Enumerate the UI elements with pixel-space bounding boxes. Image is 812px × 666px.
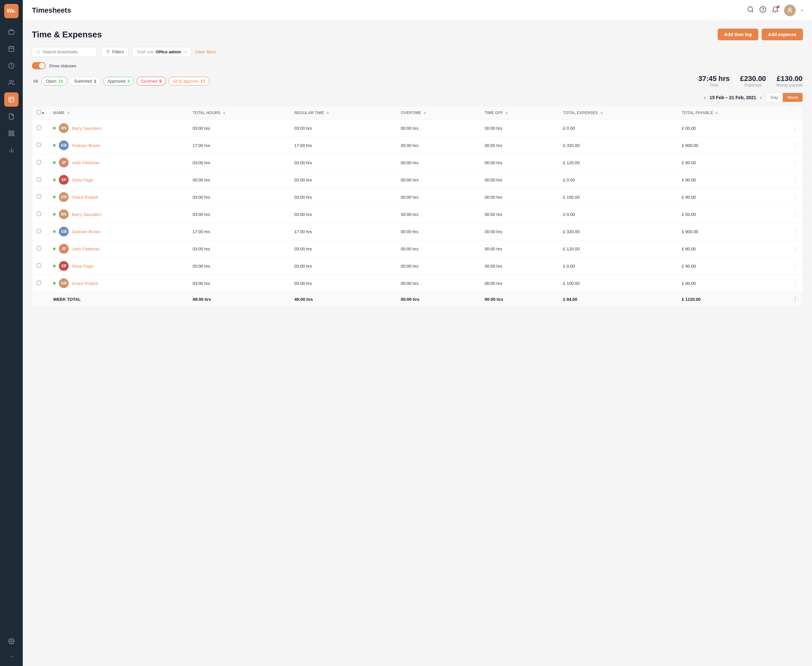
user-avatar: GB [59,140,69,150]
sidebar-item-chart[interactable] [4,143,18,157]
row-total-expenses: £ 320.00 [559,223,677,240]
search-icon[interactable] [747,6,754,15]
row-checkbox[interactable] [37,125,41,130]
row-overtime: 00:00 hrs [396,154,480,171]
stat-payable: £130.00 Money payable [777,74,803,87]
user-name[interactable]: Grace Roland [72,281,98,286]
sidebar-item-calendar[interactable] [4,41,18,56]
tab-submitted[interactable]: Submited 1 [70,77,101,86]
prev-week-button[interactable]: ‹ [704,95,706,101]
row-actions-menu[interactable]: ⋮ [792,176,798,183]
row-actions-menu[interactable]: ⋮ [792,194,798,200]
help-icon[interactable] [759,6,766,15]
show-statuses-toggle[interactable] [32,62,46,69]
date-navigation: ‹ 15 Feb – 21 Feb, 2021 › Day Week [32,93,803,102]
tab-open[interactable]: Open 16 [42,77,67,86]
col-name: NAME ⇅ [48,106,188,120]
topbar: Timesheets ▾ [23,0,812,21]
row-overtime: 00:00 hrs [396,223,480,240]
row-total-payable: £ 90.00 [677,275,787,292]
row-checkbox[interactable] [37,177,41,181]
user-name[interactable]: Barry Saunders [72,212,101,217]
row-checkbox[interactable] [37,246,41,251]
stats-panel: 37:45 hrs Time £230.00 Expenses £130.00 … [698,74,803,87]
tabs-stats-row: All Open 16 Submited 1 Approved 4 Declin… [32,74,803,87]
user-name[interactable]: Grace Roland [72,195,98,199]
stat-payable-value: £130.00 [777,74,803,83]
avatar[interactable] [784,5,796,16]
tab-all-approve[interactable]: All to approve 17 [168,77,210,86]
row-actions-menu[interactable]: ⋮ [792,159,798,166]
row-total-hours: 03:00 hrs [188,275,290,292]
row-name-cell: JF John Fieldman [48,154,188,171]
row-actions-menu[interactable]: ⋮ [792,142,798,148]
app-logo[interactable]: We. [4,4,18,18]
user-name[interactable]: Silvia Page [72,178,93,183]
staff-role-label: Staff role [137,49,153,54]
row-checkbox-cell [32,154,48,171]
user-name[interactable]: Graham Brown [72,229,100,234]
row-actions-cell: ⋮ [787,154,802,171]
user-avatar: GR [59,192,69,202]
notification-bell[interactable] [772,6,779,15]
row-actions-menu[interactable]: ⋮ [792,246,798,252]
col-actions [787,106,802,120]
tab-all[interactable]: All [32,79,39,84]
topbar-actions: ▾ [747,5,803,16]
user-name[interactable]: Graham Brown [72,143,100,148]
svg-rect-12 [12,134,14,136]
week-total-menu[interactable]: ⋮ [792,296,798,302]
sidebar-item-timesheet[interactable] [4,92,18,107]
row-checkbox[interactable] [37,229,41,233]
row-checkbox[interactable] [37,143,41,147]
day-view-button[interactable]: Day [766,93,783,102]
clear-filters-link[interactable]: Clear filters [195,49,217,54]
tab-declined[interactable]: Declined 5 [137,77,166,86]
row-checkbox[interactable] [37,195,41,199]
row-overtime: 00:00 hrs [396,120,480,137]
row-time-off: 00:00 hrs [480,223,559,240]
row-actions-menu[interactable]: ⋮ [792,125,798,131]
filters-button[interactable]: Filters [101,47,129,57]
sidebar-item-settings[interactable] [4,634,18,648]
sidebar-item-clock[interactable] [4,59,18,73]
user-name[interactable]: John Fieldman [72,160,99,165]
sidebar-item-briefcase[interactable] [4,25,18,39]
tab-approved[interactable]: Approved 4 [103,77,134,86]
select-all-checkbox[interactable] [37,110,41,114]
table-row: SP Silvia Page 00:00 hrs 03:00 hrs 00:00… [32,257,802,275]
row-checkbox-cell [32,257,48,275]
sidebar-item-document[interactable] [4,109,18,124]
row-total-hours: 17:00 hrs [188,223,290,240]
user-name[interactable]: John Fieldman [72,247,99,251]
row-checkbox[interactable] [37,281,41,285]
next-week-button[interactable]: › [760,95,762,101]
row-checkbox[interactable] [37,212,41,216]
row-actions-menu[interactable]: ⋮ [792,263,798,269]
user-name[interactable]: Barry Saunders [72,126,101,131]
avatar-dropdown-icon[interactable]: ▾ [801,8,803,13]
add-time-log-button[interactable]: Add time log [718,29,758,40]
week-view-button[interactable]: Week [783,93,802,102]
collapse-icon[interactable]: ▾ [42,111,44,115]
row-actions-menu[interactable]: ⋮ [792,280,798,287]
row-actions-menu[interactable]: ⋮ [792,228,798,235]
row-checkbox[interactable] [37,160,41,164]
search-input[interactable] [43,49,93,54]
svg-line-24 [39,53,40,53]
week-total-row: WEEK TOTAL 49:00 hrs 49:00 hrs 00:00 hrs… [32,292,802,307]
table-row: GR Grace Roland 03:00 hrs 03:00 hrs 00:0… [32,189,802,206]
staff-role-close[interactable]: × [185,49,187,54]
status-dot [53,161,56,164]
col-time-off: TIME OFF ⇅ [480,106,559,120]
sidebar-item-users[interactable] [4,76,18,90]
user-name[interactable]: Silvia Page [72,264,93,269]
week-total-hours: 49:00 hrs [188,292,290,307]
add-expense-button[interactable]: Add expense [762,29,803,40]
sidebar-item-table[interactable] [4,126,18,140]
row-checkbox[interactable] [37,264,41,268]
row-regular-time: 03:00 hrs [290,240,396,257]
row-actions-menu[interactable]: ⋮ [792,211,798,218]
sidebar-collapse-arrow[interactable]: → [6,651,17,662]
row-total-expenses: £ 100.00 [559,275,677,292]
